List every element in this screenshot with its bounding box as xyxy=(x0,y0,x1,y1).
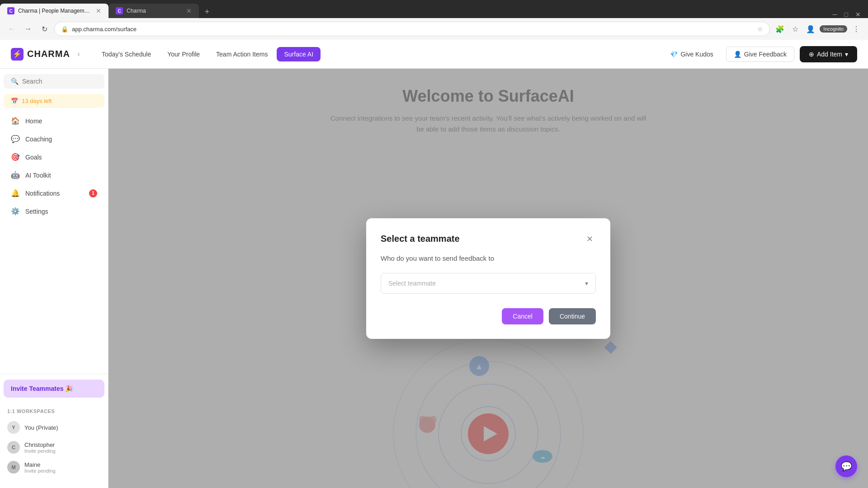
coaching-icon: 💬 xyxy=(11,135,20,143)
logo-area: ⚡ CHARMA ‹ xyxy=(11,48,80,61)
select-teammate-dropdown[interactable]: Select teammate ▾ xyxy=(381,273,596,294)
select-teammate-modal: Select a teammate ✕ Who do you want to s… xyxy=(366,218,610,339)
kudos-icon: 💎 xyxy=(670,51,678,58)
browser-toolbar: ← → ↻ 🔒 app.charma.com/surface ☆ 🧩 ☆ 👤 I… xyxy=(0,18,868,40)
chat-widget-button[interactable]: 💬 xyxy=(835,455,857,477)
workspace-avatar-maine: M xyxy=(7,461,20,474)
lock-icon: 🔒 xyxy=(61,26,68,33)
address-bar-icons: ☆ xyxy=(757,25,763,33)
plus-icon: ⊕ xyxy=(809,51,814,58)
browser-extra-buttons: 🧩 ☆ 👤 Incognito ⋮ xyxy=(774,23,863,35)
modal-title: Select a teammate xyxy=(381,234,460,244)
sidebar-bottom: Invite Teammates 🎉 xyxy=(0,374,108,403)
nav-item-your-profile[interactable]: Your Profile xyxy=(160,47,207,61)
modal-actions: Cancel Continue xyxy=(381,308,596,324)
tab-1-close[interactable]: ✕ xyxy=(96,7,101,14)
nav-actions: 💎 Give Kudos 👤 Give Feedback ⊕ Add Item … xyxy=(663,46,857,62)
browser-tab-1[interactable]: C Charma | People Management S... ✕ xyxy=(0,4,108,18)
trial-icon: 📅 xyxy=(11,98,18,104)
tab-bar: C Charma | People Management S... ✕ C Ch… xyxy=(0,0,868,18)
modal-overlay[interactable]: Select a teammate ✕ Who do you want to s… xyxy=(108,69,868,488)
sidebar-item-notifications[interactable]: 🔔 Notifications 1 xyxy=(4,184,104,202)
modal-subtitle: Who do you want to send feedback to xyxy=(381,254,596,262)
sidebar-item-settings[interactable]: ⚙️ Settings xyxy=(4,202,104,220)
notifications-icon: 🔔 xyxy=(11,189,20,197)
workspace-item-private[interactable]: Y You (Private) xyxy=(7,418,101,437)
sidebar-collapse-button[interactable]: ‹ xyxy=(77,49,80,59)
settings-icon: ⚙️ xyxy=(11,207,20,216)
refresh-button[interactable]: ↻ xyxy=(38,23,51,35)
incognito-badge: Incognito xyxy=(820,25,847,33)
add-item-button[interactable]: ⊕ Add Item ▾ xyxy=(800,46,857,62)
nav-item-surface-ai[interactable]: Surface AI xyxy=(277,47,321,61)
modal-close-button[interactable]: ✕ xyxy=(583,233,596,245)
address-text: app.charma.com/surface xyxy=(72,26,754,33)
chevron-down-icon: ▾ xyxy=(845,51,848,58)
nav-item-team-action-items[interactable]: Team Action Items xyxy=(209,47,275,61)
profile-button[interactable]: 👤 xyxy=(804,23,817,35)
sidebar-item-goals[interactable]: 🎯 Goals xyxy=(4,148,104,166)
workspace-avatar-private: Y xyxy=(7,421,20,434)
workspaces-title: 1:1 Workspaces xyxy=(7,408,101,414)
star-icon[interactable]: ☆ xyxy=(757,25,763,33)
cancel-button[interactable]: Cancel xyxy=(502,308,543,324)
logo-text: CHARMA xyxy=(27,49,70,59)
home-icon: 🏠 xyxy=(11,117,20,125)
nav-item-todays-schedule[interactable]: Today's Schedule xyxy=(94,47,158,61)
continue-button[interactable]: Continue xyxy=(549,308,596,324)
content-area: Welcome to SurfaceAI Connect integration… xyxy=(108,69,868,488)
sidebar-item-home[interactable]: 🏠 Home xyxy=(4,112,104,130)
trial-badge: 📅 13 days left xyxy=(4,94,104,108)
sidebar-item-ai-toolkit[interactable]: 🤖 AI Toolkit xyxy=(4,166,104,184)
workspaces-section: 1:1 Workspaces Y You (Private) C Christo… xyxy=(0,403,108,483)
chat-icon: 💬 xyxy=(841,461,852,472)
maximize-button[interactable]: □ xyxy=(844,11,848,18)
nav-items: Today's Schedule Your Profile Team Actio… xyxy=(94,47,663,61)
sidebar-item-coaching[interactable]: 💬 Coaching xyxy=(4,130,104,148)
workspace-item-christopher[interactable]: C Christopher Invite pending xyxy=(7,437,101,457)
tab-2-title: Charma xyxy=(127,8,183,14)
invite-teammates-button[interactable]: Invite Teammates 🎉 xyxy=(4,380,104,398)
tab-1-title: Charma | People Management S... xyxy=(18,8,92,14)
address-bar[interactable]: 🔒 app.charma.com/surface ☆ xyxy=(54,22,770,36)
new-tab-button[interactable]: + xyxy=(201,5,213,18)
feedback-icon: 👤 xyxy=(734,51,741,58)
top-nav: ⚡ CHARMA ‹ Today's Schedule Your Profile… xyxy=(0,40,868,69)
search-input[interactable] xyxy=(22,78,97,85)
logo-lightning-icon: ⚡ xyxy=(13,50,22,58)
select-placeholder: Select teammate xyxy=(388,280,436,287)
sidebar: 🔍 📅 13 days left 🏠 Home 💬 Coaching xyxy=(0,69,108,488)
search-icon: 🔍 xyxy=(11,78,19,85)
forward-button[interactable]: → xyxy=(22,23,34,35)
sidebar-nav: 🏠 Home 💬 Coaching 🎯 Goals 🤖 AI Toolkit 🔔 xyxy=(0,110,108,374)
extensions-button[interactable]: 🧩 xyxy=(774,23,786,35)
workspace-item-maine[interactable]: M Maine Invite pending xyxy=(7,457,101,477)
logo-icon: ⚡ xyxy=(11,48,24,61)
minimize-button[interactable]: ─ xyxy=(833,11,837,18)
menu-button[interactable]: ⋮ xyxy=(850,23,863,35)
app-wrapper: ⚡ CHARMA ‹ Today's Schedule Your Profile… xyxy=(0,40,868,488)
back-button[interactable]: ← xyxy=(5,23,18,35)
give-kudos-button[interactable]: 💎 Give Kudos xyxy=(663,47,720,61)
modal-header: Select a teammate ✕ xyxy=(381,233,596,245)
browser-chrome: C Charma | People Management S... ✕ C Ch… xyxy=(0,0,868,40)
close-button[interactable]: ✕ xyxy=(855,11,861,18)
dropdown-chevron-icon: ▾ xyxy=(585,280,588,287)
search-bar[interactable]: 🔍 xyxy=(4,74,104,89)
tab-2-close[interactable]: ✕ xyxy=(186,7,192,14)
workspace-avatar-christopher: C xyxy=(7,441,20,454)
browser-tab-2[interactable]: C Charma ✕ xyxy=(108,4,199,18)
main-layout: 🔍 📅 13 days left 🏠 Home 💬 Coaching xyxy=(0,69,868,488)
bookmark-button[interactable]: ☆ xyxy=(789,23,802,35)
give-feedback-button[interactable]: 👤 Give Feedback xyxy=(726,47,794,62)
ai-toolkit-icon: 🤖 xyxy=(11,171,20,179)
notification-count-badge: 1 xyxy=(89,189,97,197)
goals-icon: 🎯 xyxy=(11,153,20,161)
